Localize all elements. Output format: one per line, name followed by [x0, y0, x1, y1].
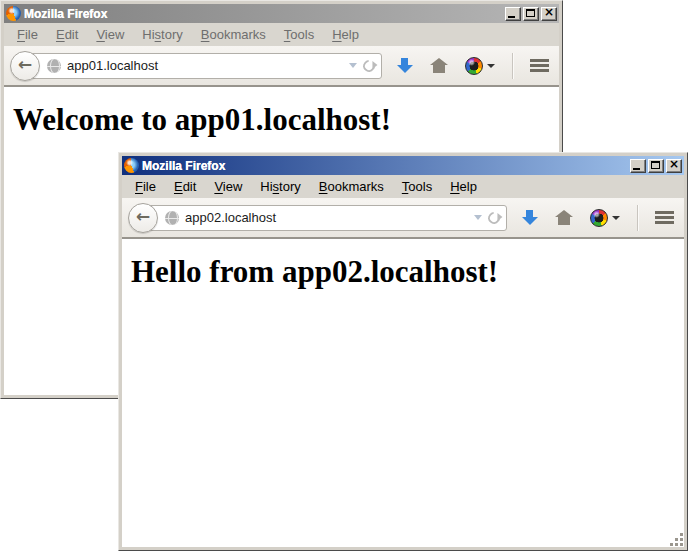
menu-item-bookmarks[interactable]: Bookmarks	[310, 177, 393, 196]
page-heading: Hello from app02.localhost!	[131, 254, 684, 290]
globe-icon	[165, 211, 179, 225]
url-text[interactable]: app01.localhost	[67, 58, 343, 73]
menu-item-bookmarks[interactable]: Bookmarks	[192, 25, 275, 44]
download-icon	[401, 58, 408, 65]
navigation-toolbar: ← app01.localhost	[4, 46, 559, 86]
menu-item-edit[interactable]: Edit	[47, 25, 87, 44]
navigation-toolbar: ← app02.localhost	[122, 198, 684, 238]
close-icon: ×	[667, 157, 681, 171]
url-dropdown-icon[interactable]	[474, 215, 482, 220]
back-icon: ←	[18, 56, 32, 73]
home-button[interactable]	[430, 58, 448, 73]
hamburger-menu-button[interactable]	[655, 211, 674, 224]
globe-icon	[47, 59, 61, 73]
maximize-icon	[651, 161, 660, 169]
download-icon-head	[522, 217, 538, 225]
chevron-down-icon	[487, 64, 495, 68]
maximize-icon	[526, 9, 535, 17]
window-title: Mozilla Firefox	[142, 159, 627, 173]
addon-icon	[465, 57, 483, 75]
toolbar-buttons	[396, 53, 549, 79]
menu-bar: File Edit View History Bookmarks Tools H…	[122, 175, 684, 198]
toolbar-separator	[512, 53, 513, 79]
menu-item-tools[interactable]: Tools	[275, 25, 323, 44]
minimize-button[interactable]	[505, 7, 521, 21]
back-button[interactable]: ←	[10, 51, 40, 81]
minimize-icon	[508, 16, 515, 18]
menu-item-view[interactable]: View	[87, 25, 133, 44]
menu-item-tools[interactable]: Tools	[393, 177, 441, 196]
close-button[interactable]: ×	[541, 7, 557, 21]
menu-item-help[interactable]: Help	[323, 25, 368, 44]
toolbar-separator	[637, 205, 638, 231]
url-bar[interactable]: app01.localhost	[24, 53, 382, 79]
url-bar[interactable]: app02.localhost	[142, 205, 507, 231]
download-icon	[526, 210, 533, 217]
menu-item-view[interactable]: View	[205, 177, 251, 196]
maximize-button[interactable]	[523, 7, 539, 21]
maximize-button[interactable]	[648, 159, 664, 173]
addon-icon	[590, 209, 608, 227]
addon-button[interactable]	[465, 57, 495, 75]
download-button[interactable]	[396, 58, 413, 73]
window-title: Mozilla Firefox	[24, 7, 502, 21]
addon-button[interactable]	[590, 209, 620, 227]
minimize-button[interactable]	[630, 159, 646, 173]
menu-item-file[interactable]: File	[126, 177, 165, 196]
back-icon: ←	[136, 208, 150, 225]
reload-icon[interactable]	[486, 209, 503, 226]
toolbar-buttons	[521, 205, 674, 231]
home-button[interactable]	[555, 210, 573, 225]
download-button[interactable]	[521, 210, 538, 225]
reload-icon[interactable]	[361, 57, 378, 74]
resize-grip[interactable]	[670, 533, 683, 546]
url-text[interactable]: app02.localhost	[185, 210, 468, 225]
close-button[interactable]: ×	[666, 159, 682, 173]
menu-item-help[interactable]: Help	[441, 177, 486, 196]
download-icon-head	[397, 65, 413, 73]
back-button[interactable]: ←	[128, 203, 158, 233]
url-dropdown-icon[interactable]	[349, 63, 357, 68]
window-controls: ×	[630, 159, 682, 173]
menu-item-edit[interactable]: Edit	[165, 177, 205, 196]
title-bar[interactable]: Mozilla Firefox ×	[122, 156, 684, 175]
browser-window-app02: Mozilla Firefox × File Edit View History…	[118, 152, 688, 551]
chevron-down-icon	[612, 216, 620, 220]
close-icon: ×	[542, 5, 556, 19]
hamburger-menu-button[interactable]	[530, 59, 549, 72]
menu-item-history[interactable]: History	[133, 25, 191, 44]
page-heading: Welcome to app01.localhost!	[13, 102, 559, 138]
menu-item-file[interactable]: File	[8, 25, 47, 44]
menu-bar: File Edit View History Bookmarks Tools H…	[4, 23, 559, 46]
title-bar[interactable]: Mozilla Firefox ×	[4, 4, 559, 23]
firefox-icon	[6, 6, 21, 21]
minimize-icon	[633, 168, 640, 170]
menu-item-history[interactable]: History	[251, 177, 309, 196]
window-controls: ×	[505, 7, 557, 21]
page-content: Hello from app02.localhost!	[122, 238, 684, 547]
firefox-icon	[124, 158, 139, 173]
